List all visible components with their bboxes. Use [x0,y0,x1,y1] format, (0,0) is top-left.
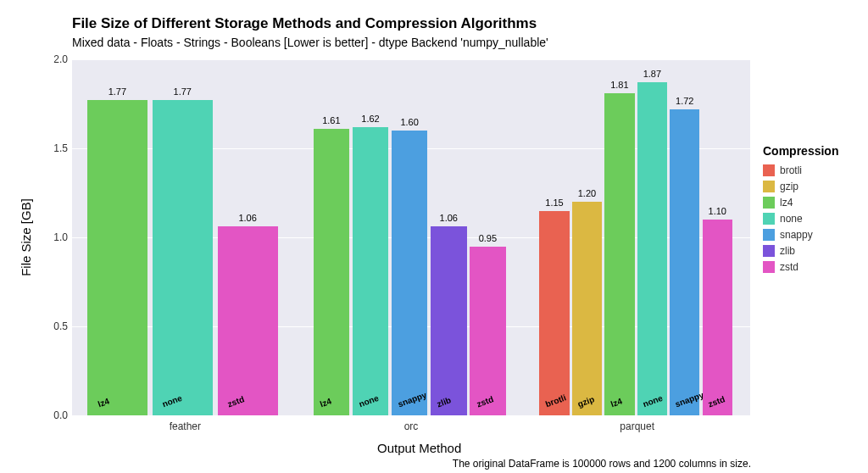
legend: Compression brotligziplz4nonesnappyzlibz… [763,144,865,277]
gridline [72,59,750,60]
legend-item-gzip: gzip [763,181,865,192]
legend-label: lz4 [780,197,793,209]
legend-item-none: none [763,213,865,225]
legend-swatch [763,229,775,241]
y-tick-label: 0.5 [53,320,68,332]
bar-value-label: 1.10 [709,206,726,216]
bar-feather-none [153,100,213,415]
bar-parquet-none [637,82,667,415]
legend-swatch [763,181,775,192]
legend-label: gzip [780,181,798,192]
x-group-label: parquet [620,420,654,432]
chart-caption: The original DataFrame is 100000 rows an… [453,458,751,470]
legend-label: zlib [780,245,795,257]
legend-label: snappy [780,229,813,241]
bar-feather-zstd [218,226,278,415]
chart-container: File Size of Different Storage Methods a… [0,0,868,473]
y-tick-label: 1.5 [53,142,68,154]
bar-orc-snappy [392,131,427,415]
bar-parquet-zstd [703,220,732,415]
bar-parquet-lz4 [604,93,634,415]
legend-swatch [763,245,775,257]
plot-area: 1.77lz41.77none1.06zstd1.61lz41.62none1.… [72,59,750,415]
bar-parquet-gzip [572,202,602,415]
bar-orc-zstd [470,247,505,416]
legend-label: none [780,213,803,225]
bar-value-label: 1.81 [610,80,628,90]
legend-label: zstd [780,261,798,273]
bar-value-label: 1.61 [322,115,340,125]
legend-swatch [763,164,775,176]
bar-value-label: 1.60 [400,117,418,127]
legend-swatch [763,197,775,209]
legend-item-zstd: zstd [763,261,865,273]
legend-swatch [763,213,775,225]
bar-value-label: 1.77 [174,86,192,97]
bar-value-label: 1.06 [440,213,458,223]
bar-value-label: 0.95 [479,233,497,243]
legend-item-lz4: lz4 [763,197,865,209]
chart-subtitle: Mixed data - Floats - Strings - Booleans… [72,36,548,49]
bar-value-label: 1.87 [643,69,661,79]
legend-swatch [763,261,775,273]
chart-title: File Size of Different Storage Methods a… [72,15,537,32]
legend-label: brotli [780,164,802,176]
legend-item-snappy: snappy [763,229,865,241]
bar-feather-lz4 [87,100,147,415]
y-tick-label: 0.0 [53,409,68,421]
bar-orc-none [353,127,388,415]
bar-value-label: 1.62 [361,114,379,124]
bar-parquet-brotli [539,211,569,416]
legend-title: Compression [763,144,865,158]
bar-value-label: 1.20 [578,188,596,198]
bar-orc-lz4 [314,129,349,415]
gridline [72,415,750,416]
x-axis-label: Output Method [377,441,461,455]
x-group-label: feather [170,420,201,432]
bar-parquet-snappy [670,109,699,415]
y-axis-label: File Size [GB] [19,198,33,276]
y-tick-label: 1.0 [53,231,68,243]
bar-value-label: 1.06 [238,213,256,223]
bar-orc-zlib [431,226,466,415]
y-tick-label: 2.0 [53,53,68,65]
bar-value-label: 1.72 [676,96,693,106]
bar-value-label: 1.77 [108,86,126,97]
x-group-label: orc [404,420,419,432]
bar-value-label: 1.15 [545,198,563,208]
legend-item-zlib: zlib [763,245,865,257]
legend-item-brotli: brotli [763,164,865,176]
